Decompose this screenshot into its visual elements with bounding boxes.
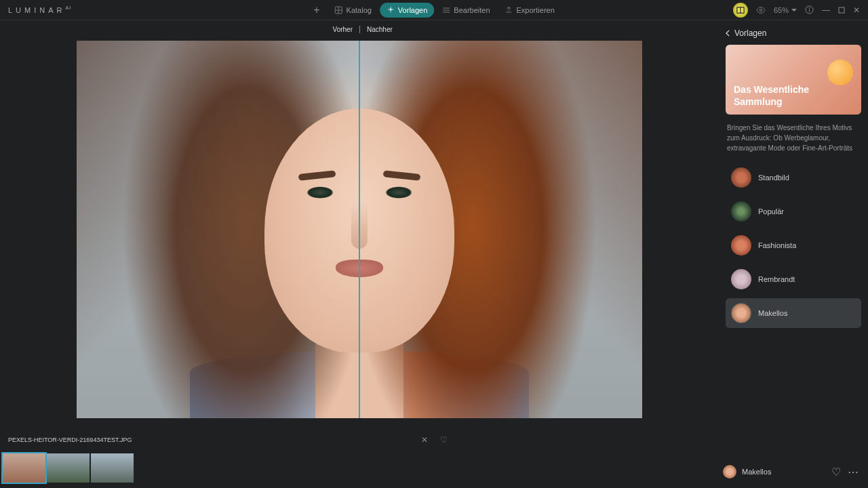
app-logo: LUMINARAI: [8, 5, 71, 14]
applied-template-name: Makellos: [742, 468, 771, 476]
nav-exportieren-label: Exportieren: [517, 6, 555, 14]
collection-card[interactable]: Das Wesentliche Sammlung: [726, 45, 861, 115]
nav-exportieren[interactable]: Exportieren: [498, 3, 561, 18]
grid-icon: [335, 6, 343, 14]
zoom-selector[interactable]: 65%: [774, 6, 797, 14]
template-list: Standbild Populär Fashionista Rembrandt …: [726, 163, 861, 328]
chevron-left-icon: [726, 30, 730, 37]
svg-point-8: [760, 9, 762, 12]
template-item-populaer[interactable]: Populär: [726, 197, 861, 226]
photo-preview[interactable]: [77, 41, 642, 418]
template-label: Fashionista: [758, 241, 796, 249]
template-thumb: [731, 269, 751, 289]
template-thumb: [731, 235, 751, 256]
applied-template-label[interactable]: Makellos: [723, 465, 825, 479]
compare-toggle-button[interactable]: [733, 3, 748, 18]
canvas-area: Vorher Nachher: [0, 20, 719, 447]
after-label: Nachher: [359, 26, 395, 33]
chevron-down-icon: [791, 7, 797, 13]
template-label: Populär: [758, 207, 784, 216]
collection-description: Bringen Sie das Wesentliche Ihres Motivs…: [726, 115, 861, 163]
nav-vorlagen[interactable]: Vorlagen: [380, 3, 434, 18]
template-item-makellos[interactable]: Makellos: [726, 298, 861, 328]
nav-bearbeiten-label: Bearbeiten: [454, 6, 490, 14]
collection-card-art: [827, 60, 853, 85]
photo-brow: [382, 170, 420, 181]
svg-point-11: [809, 7, 810, 8]
nav-vorlagen-label: Vorlagen: [398, 6, 427, 14]
template-label: Makellos: [758, 309, 787, 317]
app-name: LUMINAR: [8, 6, 66, 14]
template-item-standbild[interactable]: Standbild: [726, 163, 861, 192]
favorite-template-button[interactable]: ♡: [831, 466, 841, 479]
reject-button[interactable]: ✕: [421, 435, 428, 445]
sliders-icon: [442, 6, 450, 14]
nav-katalog[interactable]: Katalog: [328, 3, 378, 18]
template-label: Rembrandt: [758, 275, 795, 283]
filmstrip-thumb[interactable]: [91, 453, 134, 483]
zoom-value: 65%: [774, 6, 789, 14]
template-thumb: [731, 201, 751, 222]
template-item-rembrandt[interactable]: Rembrandt: [726, 264, 861, 294]
filmstrip-thumb[interactable]: [47, 453, 90, 483]
top-navigation: + Katalog Vorlagen Bearbeiten Exportiere…: [307, 3, 561, 18]
filmstrip: PEXELS-HEITOR-VERDI-2169434TEST.JPG ✕ ♡ …: [0, 447, 868, 488]
applied-template-bar: Makellos ♡ ⋯: [723, 465, 859, 479]
window-maximize[interactable]: [838, 7, 845, 14]
applied-template-thumb: [723, 465, 736, 479]
photo-brow: [298, 170, 336, 181]
panel-back-label: Vorlagen: [734, 28, 766, 38]
current-filename: PEXELS-HEITOR-VERDI-2169434TEST.JPG: [8, 436, 132, 443]
canvas-quick-actions: ✕ ♡: [421, 435, 448, 445]
compare-labels: Vorher Nachher: [324, 26, 395, 33]
template-label: Standbild: [758, 174, 789, 182]
panel-back-button[interactable]: Vorlagen: [726, 20, 861, 45]
title-bar: LUMINARAI + Katalog Vorlagen Bearbeiten: [0, 0, 868, 20]
nav-katalog-label: Katalog: [347, 6, 372, 14]
window-minimize[interactable]: —: [822, 5, 830, 15]
add-button[interactable]: +: [307, 4, 326, 16]
sparkle-icon: [387, 6, 395, 14]
template-thumb: [731, 167, 751, 188]
collection-title: Das Wesentliche Sammlung: [734, 84, 853, 108]
export-icon: [505, 6, 513, 14]
main-area: Vorher Nachher Vorlagen: [0, 20, 868, 447]
more-options-button[interactable]: ⋯: [848, 466, 859, 479]
window-close[interactable]: ✕: [853, 5, 860, 15]
nav-bearbeiten[interactable]: Bearbeiten: [435, 3, 496, 18]
photo-face: [264, 108, 454, 352]
photo-nose: [351, 201, 368, 249]
preview-eye-icon[interactable]: [756, 5, 766, 15]
before-label: Vorher: [324, 26, 359, 33]
svg-rect-12: [839, 7, 844, 13]
top-right-controls: 65% — ✕: [733, 3, 860, 18]
filmstrip-thumb[interactable]: [3, 453, 45, 483]
app-name-suffix: AI: [66, 5, 72, 10]
template-item-fashionista[interactable]: Fashionista: [726, 230, 861, 260]
favorite-button[interactable]: ♡: [440, 435, 448, 445]
template-thumb: [731, 303, 751, 323]
templates-panel: Vorlagen Das Wesentliche Sammlung Bringe…: [719, 20, 868, 447]
photo-lips: [336, 260, 383, 277]
info-icon[interactable]: [805, 5, 814, 14]
